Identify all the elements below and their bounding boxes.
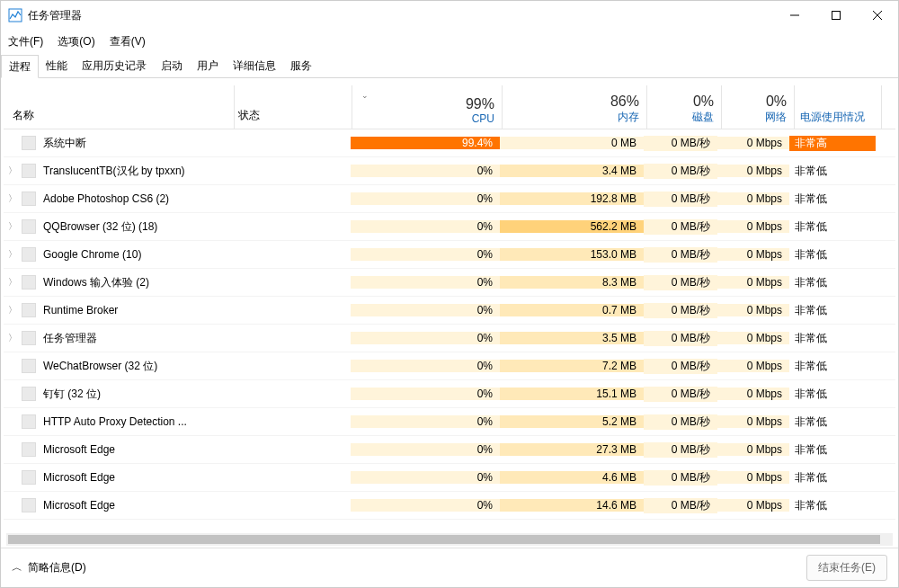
disk-total-pct: 0% (693, 94, 714, 110)
cpu-cell: 0% (351, 304, 500, 316)
process-row[interactable]: WeChatBrowser (32 位)0%7.2 MB0 MB/秒0 Mbps… (4, 352, 895, 380)
process-row[interactable]: 〉Runtime Broker0%0.7 MB0 MB/秒0 Mbps非常低 (4, 297, 895, 325)
disk-cell: 0 MB/秒 (644, 219, 717, 235)
chevron-up-icon: ︿ (12, 560, 22, 575)
expand-icon[interactable]: 〉 (4, 165, 22, 177)
process-name-cell: Microsoft Edge (4, 498, 234, 512)
tab-0[interactable]: 进程 (1, 55, 39, 78)
memory-cell: 562.2 MB (500, 220, 644, 233)
process-name-cell: Microsoft Edge (4, 470, 234, 485)
power-cell: 非常低 (789, 470, 876, 486)
process-list[interactable]: 系统中断99.4%0 MB0 MB/秒0 Mbps非常高〉Translucent… (4, 129, 895, 533)
disk-label: 磁盘 (692, 110, 714, 125)
process-icon (22, 331, 36, 345)
cpu-cell: 0% (351, 192, 500, 205)
process-row[interactable]: 〉任务管理器0%3.5 MB0 MB/秒0 Mbps非常低 (4, 325, 895, 352)
process-row[interactable]: 系统中断99.4%0 MB0 MB/秒0 Mbps非常高 (4, 129, 895, 157)
process-name-cell: WeChatBrowser (32 位) (4, 359, 234, 374)
network-cell: 0 Mbps (717, 304, 789, 316)
cpu-cell: 0% (351, 471, 500, 484)
column-name[interactable]: 名称 (4, 85, 234, 129)
expand-icon[interactable]: 〉 (4, 332, 22, 344)
power-cell: 非常低 (789, 303, 876, 318)
expand-icon[interactable]: 〉 (4, 248, 22, 261)
power-cell: 非常低 (789, 164, 876, 179)
sort-indicator-icon: ⌄ (361, 91, 369, 100)
process-row[interactable]: Microsoft Edge0%27.3 MB0 MB/秒0 Mbps非常低 (4, 436, 895, 464)
tab-1[interactable]: 性能 (39, 55, 75, 77)
end-task-button[interactable]: 结束任务(E) (806, 555, 887, 581)
column-cpu[interactable]: ⌄ 99% CPU (352, 85, 502, 129)
mem-total-pct: 86% (610, 94, 639, 110)
memory-cell: 8.3 MB (500, 276, 644, 289)
process-name: Microsoft Edge (43, 471, 115, 484)
network-cell: 0 Mbps (717, 276, 789, 289)
menu-options[interactable]: 选项(O) (58, 34, 94, 49)
power-cell: 非常低 (789, 498, 876, 513)
maximize-button[interactable] (815, 1, 857, 30)
column-network[interactable]: 0% 网络 (722, 85, 794, 129)
process-icon (22, 247, 36, 262)
process-row[interactable]: Microsoft Edge0%4.6 MB0 MB/秒0 Mbps非常低 (4, 464, 895, 492)
process-name-cell: 〉Google Chrome (10) (4, 247, 234, 262)
menu-file[interactable]: 文件(F) (8, 34, 43, 49)
column-disk[interactable]: 0% 磁盘 (647, 85, 721, 129)
process-row[interactable]: 〉Adobe Photoshop CS6 (2)0%192.8 MB0 MB/秒… (4, 185, 895, 213)
horizontal-scrollbar[interactable] (6, 533, 893, 546)
network-cell: 0 Mbps (717, 415, 789, 428)
process-name-cell: 〉QQBrowser (32 位) (18) (4, 219, 234, 235)
process-row[interactable]: 〉QQBrowser (32 位) (18)0%562.2 MB0 MB/秒0 … (4, 213, 895, 241)
tab-6[interactable]: 服务 (283, 55, 319, 77)
process-row[interactable]: 〉Windows 输入体验 (2)0%8.3 MB0 MB/秒0 Mbps非常低 (4, 269, 895, 297)
power-cell: 非常低 (789, 442, 876, 458)
process-name: Microsoft Edge (43, 499, 115, 512)
tab-4[interactable]: 用户 (190, 55, 226, 77)
network-cell: 0 Mbps (717, 332, 789, 344)
disk-cell: 0 MB/秒 (644, 192, 717, 207)
power-cell: 非常低 (789, 414, 876, 430)
content-area: 名称 状态 ⌄ 99% CPU 86% 内存 0% 磁盘 0% 网络 电源使用情… (1, 78, 898, 548)
process-name: Windows 输入体验 (2) (43, 275, 149, 290)
net-total-pct: 0% (766, 94, 787, 110)
memory-cell: 5.2 MB (500, 415, 644, 428)
column-status[interactable]: 状态 (235, 85, 352, 129)
process-icon (22, 303, 36, 317)
net-label: 网络 (765, 110, 787, 125)
disk-cell: 0 MB/秒 (644, 303, 717, 318)
column-memory[interactable]: 86% 内存 (503, 85, 646, 129)
expand-icon[interactable]: 〉 (4, 304, 22, 316)
app-icon (8, 8, 22, 22)
process-name: Adobe Photoshop CS6 (2) (43, 192, 169, 205)
network-cell: 0 Mbps (717, 388, 789, 400)
process-icon (22, 442, 36, 457)
disk-cell: 0 MB/秒 (644, 275, 717, 290)
cpu-cell: 0% (351, 248, 500, 261)
expand-icon[interactable]: 〉 (4, 276, 22, 289)
process-row[interactable]: 〉Google Chrome (10)0%153.0 MB0 MB/秒0 Mbp… (4, 241, 895, 269)
expand-icon[interactable]: 〉 (4, 220, 22, 233)
process-row[interactable]: 钉钉 (32 位)0%15.1 MB0 MB/秒0 Mbps非常低 (4, 380, 895, 408)
process-icon (22, 192, 36, 206)
close-button[interactable] (857, 1, 898, 30)
process-row[interactable]: HTTP Auto Proxy Detection ...0%5.2 MB0 M… (4, 408, 895, 436)
fewer-details-toggle[interactable]: ︿ 简略信息(D) (12, 560, 86, 575)
menu-bar: 文件(F) 选项(O) 查看(V) (1, 30, 898, 53)
process-name: 钉钉 (32 位) (43, 387, 101, 402)
expand-icon[interactable]: 〉 (4, 192, 22, 205)
svg-rect-0 (9, 9, 22, 22)
process-row[interactable]: 〉TranslucentTB(汉化 by tpxxn)0%3.4 MB0 MB/… (4, 157, 895, 185)
process-row[interactable]: Microsoft Edge0%14.6 MB0 MB/秒0 Mbps非常低 (4, 492, 895, 520)
process-name: TranslucentTB(汉化 by tpxxn) (43, 164, 185, 179)
minimize-button[interactable] (774, 1, 815, 30)
process-name: WeChatBrowser (32 位) (43, 359, 157, 374)
memory-cell: 0 MB (500, 137, 644, 149)
memory-cell: 14.6 MB (500, 499, 644, 512)
process-name-cell: Microsoft Edge (4, 442, 234, 457)
tab-5[interactable]: 详细信息 (226, 55, 283, 77)
menu-view[interactable]: 查看(V) (110, 34, 146, 49)
process-name-cell: 钉钉 (32 位) (4, 387, 234, 402)
tab-2[interactable]: 应用历史记录 (75, 55, 154, 77)
window-title: 任务管理器 (28, 8, 82, 23)
tab-3[interactable]: 启动 (154, 55, 190, 77)
column-power[interactable]: 电源使用情况 (795, 85, 881, 129)
